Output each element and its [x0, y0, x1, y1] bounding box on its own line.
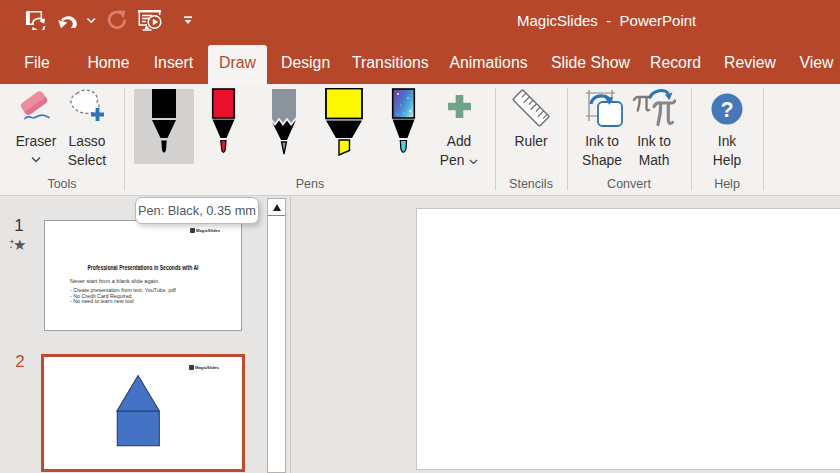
svg-text:?: ? — [720, 98, 733, 122]
